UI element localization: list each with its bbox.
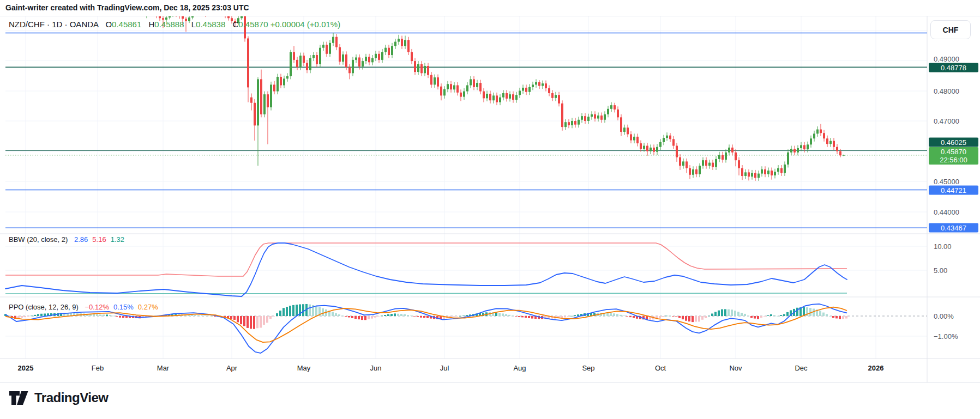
time-label-2025[interactable]: 2025 [18,364,34,372]
open-label: O [105,20,112,29]
open-value: 0.45861 [112,20,141,29]
price-tick: −1.00% [934,332,958,341]
price-tick: 0.44000 [934,208,959,216]
footer-brand: TradingView [9,390,108,405]
time-label-Nov[interactable]: Nov [729,364,742,372]
price-tick: 0.45000 [934,178,959,186]
bbw-label: BBW (20, close, 2) [9,235,68,244]
currency-button[interactable]: CHF [930,20,971,39]
brand-text: TradingView [34,390,108,405]
ppo-value-1: 0.15% [113,303,134,311]
price-badge: 0.44721 [929,186,978,195]
ppo-label: PPO (close, 12, 26, 9) [9,303,79,311]
bbw-value-0: 2.86 [74,235,88,244]
separator-dot: · [65,20,68,29]
interval-label[interactable]: 1D [52,20,62,29]
price-tick: 0.00% [934,312,954,320]
close-value: 0.45870 [238,20,268,29]
time-label-Mar[interactable]: Mar [157,364,169,372]
high-label: H [148,20,154,29]
time-label-Oct[interactable]: Oct [655,364,666,372]
time-label-Aug[interactable]: Aug [513,364,526,372]
price-badge: 0.4587022:56:00 [929,147,978,165]
bbw-value-2: 1.32 [111,235,124,244]
low-label: L [191,20,196,29]
price-badge: 0.46025 [929,138,978,147]
price-tick: 0.48000 [934,87,959,95]
close-label: C [232,20,238,29]
time-label-May[interactable]: May [297,364,311,372]
time-label-Jun[interactable]: Jun [370,364,382,372]
price-badge: 0.48778 [929,63,978,72]
time-label-Sep[interactable]: Sep [582,364,594,372]
tradingview-snapshot: Gaint-writer created with TradingView.co… [0,0,980,419]
time-label-Feb[interactable]: Feb [92,364,104,372]
symbol-row[interactable]: NZD/CHF · 1D · OANDA O0.45861 H0.45888 L… [9,20,340,29]
time-label-2026[interactable]: 2026 [868,364,884,372]
high-value: 0.45888 [154,20,184,29]
bbw-value-1: 5.16 [92,235,106,244]
ppo-value-2: 0.27% [138,303,158,311]
price-tick: 0.49000 [934,55,959,63]
separator-dot: · [47,20,50,29]
time-label-Apr[interactable]: Apr [226,364,237,372]
low-value: 0.45838 [196,20,225,29]
symbol-name[interactable]: NZD/CHF [9,20,45,29]
price-tick: 0.47000 [934,117,959,125]
countdown-timer: 22:56:00 [929,156,978,164]
time-label-Jul[interactable]: Jul [440,364,449,372]
bbw-indicator-legend[interactable]: BBW (20, close, 2) 2.865.161.32 [9,235,124,244]
price-badge: 0.43467 [929,223,978,233]
tradingview-logo-icon [9,391,29,405]
change-value: +0.00004 (+0.01%) [270,20,340,29]
ppo-value-0: −0.12% [85,303,109,311]
ppo-indicator-legend[interactable]: PPO (close, 12, 26, 9) −0.12%0.15%0.27% [9,303,158,311]
exchange-label: OANDA [70,20,99,29]
time-label-Dec[interactable]: Dec [795,364,807,372]
price-tick: 10.00 [934,242,952,251]
price-tick: 5.00 [934,266,947,275]
chart-canvas[interactable] [0,0,980,419]
